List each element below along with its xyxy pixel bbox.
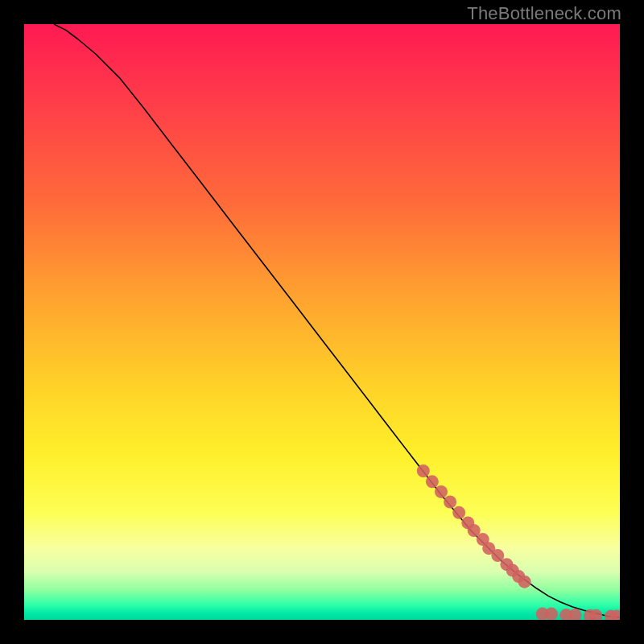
data-point [426,475,439,488]
data-point [500,558,513,571]
data-point [461,516,474,529]
data-point [559,609,572,620]
data-point [506,564,519,577]
data-point [518,576,531,588]
data-point [468,524,481,537]
data-point [482,542,495,555]
data-point [545,608,558,620]
data-point [610,610,620,620]
data-point [435,485,448,498]
plot-overlay-svg [24,24,620,620]
chart-frame: TheBottleneck.com [0,0,644,644]
plot-area [24,24,620,620]
bottom-dot-cluster [536,608,620,620]
curve-path [54,24,620,617]
data-point [605,610,617,620]
data-point [444,495,456,508]
data-point [584,609,597,620]
data-point [569,609,582,620]
curve-line [54,24,620,617]
data-point [589,609,602,620]
data-point [452,506,465,519]
upper-dot-cluster [417,464,531,588]
watermark-text: TheBottleneck.com [467,3,621,24]
data-point [512,570,525,583]
data-point [491,549,504,562]
data-point [536,608,549,620]
data-point [417,464,430,477]
data-point [477,533,489,546]
